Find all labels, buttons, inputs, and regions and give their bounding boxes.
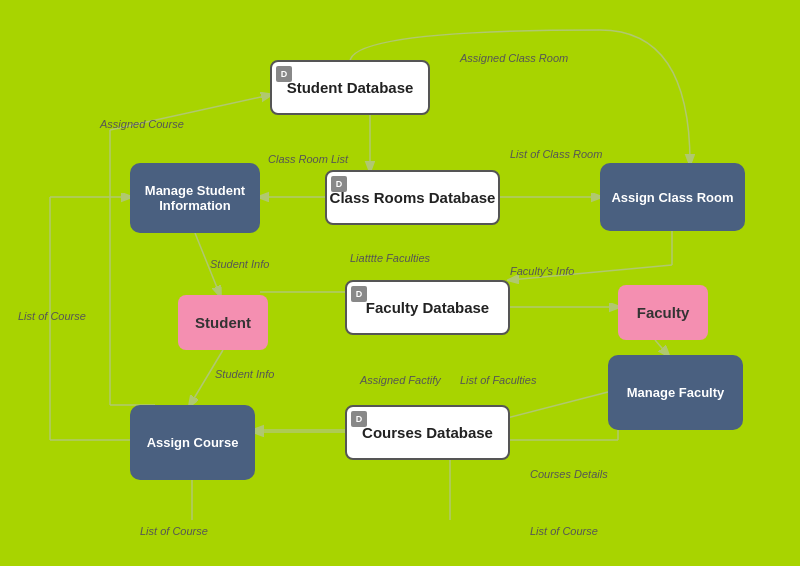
- manage-faculty-node[interactable]: Manage Faculty: [608, 355, 743, 430]
- faculty-entity-label: Faculty: [637, 304, 690, 321]
- assign-course-node[interactable]: Assign Course: [130, 405, 255, 480]
- label-assigned-factify: Assigned Factify: [360, 374, 441, 386]
- student-entity-node: Student: [178, 295, 268, 350]
- assign-classroom-node[interactable]: Assign Class Room: [600, 163, 745, 231]
- db-symbol-faculty: D: [351, 286, 367, 302]
- classrooms-database-node: D Class Rooms Database: [325, 170, 500, 225]
- db-symbol-classrooms: D: [331, 176, 347, 192]
- label-assigned-course: Assigned Course: [100, 118, 184, 130]
- courses-database-node: D Courses Database: [345, 405, 510, 460]
- manage-faculty-label: Manage Faculty: [627, 385, 725, 400]
- student-database-node: D Student Database: [270, 60, 430, 115]
- label-classroom-list: Class Room List: [268, 153, 348, 165]
- assign-course-label: Assign Course: [147, 435, 239, 450]
- manage-student-node[interactable]: Manage Student Information: [130, 163, 260, 233]
- student-database-label: Student Database: [287, 79, 414, 96]
- svg-line-7: [655, 340, 668, 355]
- label-liatttte-faculties: Liatttte Faculties: [350, 252, 430, 264]
- label-list-of-faculties: List of Faculties: [460, 374, 536, 386]
- label-list-of-classroom: List of Class Room: [510, 148, 602, 160]
- courses-database-label: Courses Database: [362, 424, 493, 441]
- label-assigned-classroom-top: Assigned Class Room: [460, 52, 568, 64]
- assign-classroom-label: Assign Class Room: [611, 190, 733, 205]
- student-entity-label: Student: [195, 314, 251, 331]
- label-faculty-info: Faculty's Info: [510, 265, 574, 277]
- faculty-entity-node: Faculty: [618, 285, 708, 340]
- db-symbol: D: [276, 66, 292, 82]
- classrooms-database-label: Class Rooms Database: [330, 189, 496, 206]
- faculty-database-node: D Faculty Database: [345, 280, 510, 335]
- label-student-info-2: Student Info: [215, 368, 274, 380]
- label-list-of-course-left: List of Course: [18, 310, 86, 322]
- db-symbol-courses: D: [351, 411, 367, 427]
- faculty-database-label: Faculty Database: [366, 299, 489, 316]
- label-courses-details: Courses Details: [530, 468, 608, 480]
- label-list-of-course-bottom2: List of Course: [530, 525, 598, 537]
- label-student-info-1: Student Info: [210, 258, 269, 270]
- manage-student-label: Manage Student Information: [130, 183, 260, 213]
- label-list-of-course-bottom1: List of Course: [140, 525, 208, 537]
